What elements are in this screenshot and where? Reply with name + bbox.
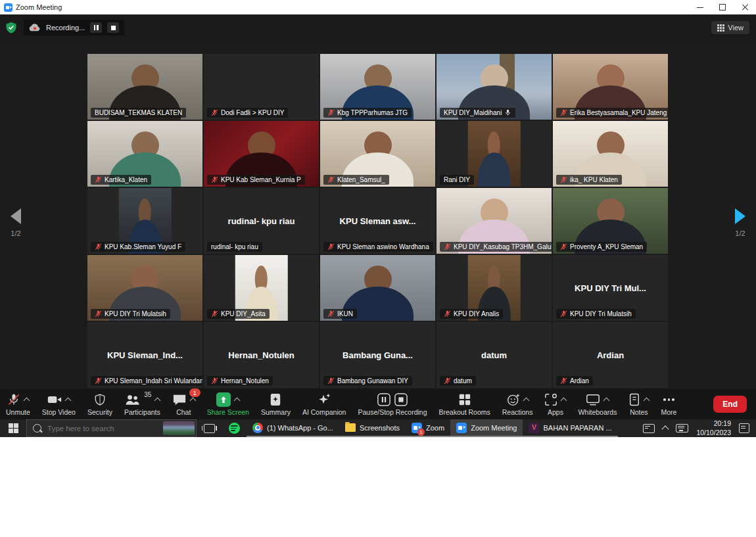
minimize-button[interactable] xyxy=(689,0,711,14)
tray-expand-chevron-icon[interactable] xyxy=(662,425,669,432)
chat-options-chevron-icon[interactable] xyxy=(189,398,196,404)
news-widget-icon[interactable] xyxy=(643,424,655,433)
action-center-icon[interactable] xyxy=(739,423,749,433)
chat-button[interactable]: 1 Chat xyxy=(166,389,201,419)
view-button[interactable]: View xyxy=(711,21,749,34)
stop-recording-button[interactable] xyxy=(107,22,119,33)
participant-tile[interactable]: KPU DIY Tri Mulatsih xyxy=(87,255,202,321)
reactions-options-chevron-icon[interactable] xyxy=(523,398,529,404)
participant-tile[interactable]: Klaten_Samsul_ xyxy=(320,121,435,187)
zoom-meeting-icon xyxy=(456,423,467,433)
screenshots-taskbar-button[interactable]: Screenshots xyxy=(339,419,406,437)
mic-muted-icon xyxy=(444,243,451,250)
ai-companion-button[interactable]: AI Companion xyxy=(296,389,352,419)
participant-tile[interactable]: Hernan_NotulenHernan_Notulen xyxy=(204,322,319,388)
stop-video-button[interactable]: Stop Video xyxy=(36,389,82,419)
task-view-button[interactable] xyxy=(197,419,222,437)
mic-muted-icon xyxy=(211,310,218,317)
video-options-chevron-icon[interactable] xyxy=(64,398,71,404)
participant-video xyxy=(467,121,521,187)
participant-tile[interactable]: ArdianArdian xyxy=(553,322,668,388)
start-button[interactable] xyxy=(0,419,26,437)
participant-name-label: IKUN xyxy=(323,309,357,319)
share-screen-button[interactable]: Share Screen xyxy=(201,389,255,419)
apps-options-chevron-icon[interactable] xyxy=(561,398,567,404)
previous-page-arrow-icon[interactable] xyxy=(11,208,21,224)
participant-tile[interactable]: Rani DIY xyxy=(437,121,552,187)
participant-tile[interactable]: rudinal- kpu riaurudinal- kpu riau xyxy=(204,188,319,254)
view-grid-icon xyxy=(717,24,724,32)
stop-recording-icon xyxy=(394,393,408,406)
more-button[interactable]: More xyxy=(655,389,682,419)
participant-tile[interactable]: Dodi Fadli > KPU DIY xyxy=(204,54,319,120)
participant-tile[interactable]: KPU DIY Tri Mul...KPU DIY Tri Mulatsih xyxy=(553,255,668,321)
summary-document-icon xyxy=(270,393,281,406)
zoom-meeting-taskbar-button[interactable]: Zoom Meeting xyxy=(450,419,523,437)
end-meeting-button[interactable]: End xyxy=(713,396,747,413)
screenshot-white-padding xyxy=(0,437,756,537)
participant-tile[interactable]: Proventy A_KPU Sleman xyxy=(553,188,668,254)
zoom-taskbar-button[interactable]: 1 Zoom xyxy=(406,419,450,437)
participant-tile[interactable]: datumdatum xyxy=(437,322,552,388)
unmute-options-chevron-icon[interactable] xyxy=(23,398,30,404)
taskbar-search[interactable] xyxy=(26,419,197,437)
participant-tile[interactable]: KPU DIY_Asita xyxy=(204,255,319,321)
window-titlebar: Zoom Meeting xyxy=(0,0,756,14)
participant-tile[interactable]: Bambang Guna...Bambang Gunawan DIY xyxy=(320,322,435,388)
folder-icon xyxy=(345,423,356,432)
unmute-button[interactable]: Unmute xyxy=(0,389,36,419)
participant-name-text: KPU DIY_Asita xyxy=(221,310,266,317)
summary-button[interactable]: Summary xyxy=(255,389,296,419)
spotify-icon xyxy=(229,423,240,434)
zoom-app-icon xyxy=(4,3,12,12)
participants-options-chevron-icon[interactable] xyxy=(154,398,161,404)
participant-tile[interactable]: Kbg TPPParhumas JTG xyxy=(320,54,435,120)
apps-icon xyxy=(544,393,557,406)
bahan-paparan-taskbar-button[interactable]: V BAHAN PAPARAN ... xyxy=(523,419,617,437)
previous-page-control[interactable]: 1/2 xyxy=(3,208,29,237)
participant-tile[interactable]: KPU DIY Analis xyxy=(437,255,552,321)
participants-button[interactable]: 35 Participants xyxy=(118,389,166,419)
mic-muted-icon xyxy=(327,176,335,183)
share-options-chevron-icon[interactable] xyxy=(234,398,241,404)
participant-name-text: IKUN xyxy=(337,310,353,317)
participant-tile[interactable]: KPU DIY_Maidihani xyxy=(437,54,552,120)
notes-button[interactable]: Notes xyxy=(623,389,655,419)
participant-tile[interactable]: KPU Kab.Sleman Yuyud F xyxy=(87,188,202,254)
whiteboards-button[interactable]: Whiteboards xyxy=(572,389,623,419)
breakout-rooms-button[interactable]: Breakout Rooms xyxy=(433,389,496,419)
next-page-arrow-icon[interactable] xyxy=(735,208,745,224)
security-button[interactable]: Security xyxy=(82,389,118,419)
notes-options-chevron-icon[interactable] xyxy=(644,398,650,404)
participant-tile[interactable]: KPU Sleman asw...KPU Sleman aswino Wardh… xyxy=(320,188,435,254)
next-page-control[interactable]: 1/2 xyxy=(727,208,753,237)
search-input[interactable] xyxy=(46,424,147,433)
apps-button[interactable]: Apps xyxy=(538,389,572,419)
pause-stop-recording-button[interactable]: Pause/Stop Recording xyxy=(352,389,433,419)
reactions-button[interactable]: Reactions xyxy=(496,389,539,419)
chrome-taskbar-button[interactable]: (1) WhatsApp - Go... xyxy=(247,419,339,437)
share-screen-icon xyxy=(216,392,231,407)
recording-label: Recording... xyxy=(46,24,85,32)
taskbar-clock[interactable]: 20:19 10/10/2023 xyxy=(696,419,731,436)
close-button[interactable] xyxy=(734,0,756,14)
participant-tile[interactable]: KPU DIY_Kasubag TP3HM_Galuh A... xyxy=(437,188,552,254)
participant-name-label: KPU DIY Tri Mulatsih xyxy=(556,309,636,319)
participant-tile[interactable]: BUDISAM_TEKMAS KLATEN xyxy=(87,54,202,120)
restore-button[interactable] xyxy=(711,0,734,14)
whiteboards-options-chevron-icon[interactable] xyxy=(603,398,610,404)
participant-name-text: KPU DIY_Maidihani xyxy=(444,109,502,116)
participant-tile[interactable]: Erika Bestyasamala_KPU Jateng xyxy=(553,54,668,120)
participant-tile[interactable]: KPU Kab Sleman_Kurnia P xyxy=(204,121,319,187)
touch-keyboard-icon[interactable] xyxy=(676,424,688,432)
encryption-shield-icon[interactable] xyxy=(5,22,17,34)
chat-bubble-icon xyxy=(172,393,187,406)
participant-tile[interactable]: Kartika_Klaten xyxy=(87,121,202,187)
spotify-taskbar-button[interactable] xyxy=(222,419,247,437)
search-highlight-image[interactable] xyxy=(163,421,195,435)
participant-tile[interactable]: ika_ KPU Klaten xyxy=(553,121,668,187)
participant-tile[interactable]: IKUN xyxy=(320,255,435,321)
participant-name-text: datum xyxy=(454,377,472,385)
pause-recording-button[interactable] xyxy=(90,22,102,33)
participant-tile[interactable]: KPU Sleman_Ind...KPU Sleman_Indah Sri Wu… xyxy=(87,322,202,388)
